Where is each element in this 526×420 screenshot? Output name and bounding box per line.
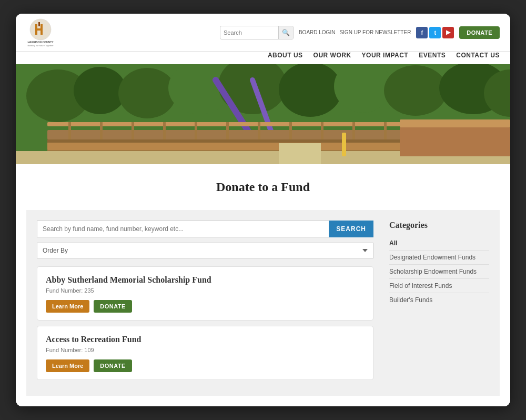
category-item-designated[interactable]: Designated Endowment Funds [389, 251, 489, 265]
main-content: SEARCH Order By A-Z Z-A Fund Number Abby… [26, 210, 500, 396]
newsletter-link[interactable]: SIGN UP FOR NEWSLETTER [339, 29, 411, 35]
category-item-all[interactable]: All [389, 236, 489, 251]
svg-rect-42 [400, 127, 510, 156]
svg-point-10 [118, 68, 176, 118]
svg-rect-23 [68, 122, 71, 139]
svg-rect-33 [384, 122, 387, 139]
svg-rect-4 [38, 22, 40, 26]
logo-icon: HARRISON COUNTY Building our future Toge… [26, 18, 63, 47]
nav-your-impact[interactable]: YOUR IMPACT [362, 52, 409, 59]
hero-image [16, 64, 510, 164]
nav-about-us[interactable]: ABOUT US [268, 52, 303, 59]
fund-number-1: Fund Number: 109 [46, 347, 365, 353]
svg-rect-32 [352, 122, 355, 139]
content-area: Donate to a Fund SEARCH Order By A-Z Z-A… [16, 164, 510, 406]
donate-top-button[interactable]: DONATE [459, 26, 500, 39]
svg-text:HARRISON COUNTY: HARRISON COUNTY [27, 41, 54, 44]
svg-rect-28 [226, 122, 229, 139]
fund-number-0: Fund Number: 235 [46, 287, 365, 294]
donate-fund-button-0[interactable]: DONATE [94, 300, 132, 313]
fund-name-1: Access to Recreation Fund [46, 335, 365, 344]
main-nav: ABOUT US OUR WORK YOUR IMPACT EVENTS CON… [16, 52, 510, 64]
right-column: Categories All Designated Endowment Fund… [389, 221, 489, 385]
youtube-icon[interactable]: ▶ [442, 27, 454, 38]
category-item-scholarship[interactable]: Scholarship Endowment Funds [389, 265, 489, 279]
twitter-icon[interactable]: t [429, 27, 441, 38]
svg-point-13 [279, 64, 342, 117]
top-bar: HARRISON COUNTY Building our future Toge… [16, 14, 510, 52]
social-icons: f t ▶ [416, 27, 454, 38]
svg-rect-40 [342, 133, 346, 156]
left-column: SEARCH Order By A-Z Z-A Fund Number Abby… [37, 221, 373, 385]
top-right-area: 🔍 BOARD LOGIN SIGN UP FOR NEWSLETTER f t… [220, 26, 500, 39]
category-list: All Designated Endowment Funds Scholarsh… [389, 236, 489, 307]
svg-text:Building our future Together: Building our future Together [27, 44, 54, 47]
svg-point-15 [384, 65, 447, 116]
header-search-input[interactable] [220, 29, 278, 36]
donate-fund-button-1[interactable]: DONATE [94, 359, 132, 372]
categories-title: Categories [389, 221, 489, 230]
fund-name-0: Abby Sutherland Memorial Scholarship Fun… [46, 275, 365, 285]
browser-frame: HARRISON COUNTY Building our future Toge… [16, 14, 510, 406]
category-item-builders[interactable]: Builder's Funds [389, 293, 489, 307]
fund-actions-1: Learn More DONATE [46, 359, 365, 372]
svg-rect-26 [163, 122, 166, 139]
svg-rect-27 [195, 122, 197, 139]
hero-svg [16, 64, 510, 164]
board-login-link[interactable]: BOARD LOGIN [299, 29, 335, 35]
page-title: Donate to a Fund [26, 180, 500, 194]
svg-rect-25 [132, 122, 134, 139]
fund-card-1: Access to Recreation Fund Fund Number: 1… [37, 326, 373, 380]
header-search-button[interactable]: 🔍 [278, 26, 293, 39]
svg-point-9 [74, 67, 126, 114]
nav-events[interactable]: EVENTS [419, 52, 446, 59]
fund-card-0: Abby Sutherland Memorial Scholarship Fun… [37, 266, 373, 321]
top-links: BOARD LOGIN SIGN UP FOR NEWSLETTER [299, 29, 411, 35]
svg-rect-24 [100, 122, 103, 139]
svg-rect-31 [321, 122, 323, 139]
fund-search-row: SEARCH [37, 221, 373, 237]
fund-actions-0: Learn More DONATE [46, 300, 365, 313]
fund-search-button[interactable]: SEARCH [329, 221, 373, 237]
svg-rect-39 [279, 143, 321, 164]
svg-rect-3 [41, 24, 43, 35]
svg-rect-29 [258, 122, 260, 139]
category-item-field[interactable]: Field of Interest Funds [389, 279, 489, 293]
facebook-icon[interactable]: f [416, 27, 428, 38]
fund-search-input[interactable] [37, 221, 329, 237]
logo-area: HARRISON COUNTY Building our future Toge… [26, 18, 63, 47]
learn-more-button-1[interactable]: Learn More [46, 359, 89, 372]
header-search[interactable]: 🔍 [220, 26, 294, 39]
order-by-select[interactable]: Order By A-Z Z-A Fund Number [37, 243, 373, 258]
nav-contact-us[interactable]: CONTACT US [456, 52, 500, 59]
svg-rect-30 [289, 122, 292, 139]
nav-our-work[interactable]: OUR WORK [313, 52, 351, 59]
svg-rect-41 [400, 119, 510, 127]
learn-more-button-0[interactable]: Learn More [46, 300, 89, 313]
